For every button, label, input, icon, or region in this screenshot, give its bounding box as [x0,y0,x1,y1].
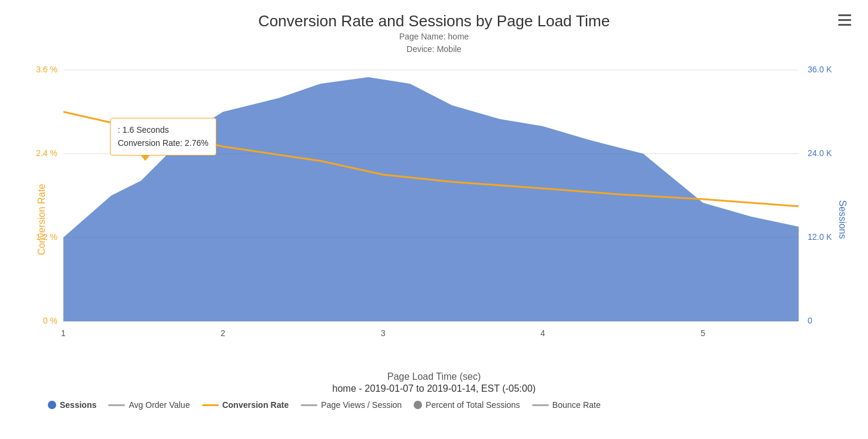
legend-percent-total-sessions-label: Percent of Total Sessions [426,400,520,410]
legend-avg-order-value-label: Avg Order Value [129,400,190,410]
svg-rect-19 [137,125,145,132]
chart-plot-area: : 1.6 Seconds Conversion Rate: 2.76% 0 %… [22,58,846,369]
legend-avg-order-value[interactable]: Avg Order Value [108,400,190,410]
svg-text:3: 3 [381,328,386,338]
chart-subtitle: Page Name: home Device: Mobile [12,31,856,56]
svg-text:4: 4 [540,328,545,338]
chart-header: Conversion Rate and Sessions by Page Loa… [12,12,856,56]
svg-text:5: 5 [701,328,705,338]
menu-icon[interactable] [838,14,851,26]
svg-text:24.0 K: 24.0 K [808,148,832,158]
legend-page-views-label: Page Views / Session [321,400,402,410]
legend-conversion-rate-label: Conversion Rate [222,400,289,410]
legend-page-views-line [301,404,317,406]
legend-percent-total-sessions-dot [414,401,422,409]
chart-container: Conversion Rate and Sessions by Page Loa… [0,0,868,439]
subtitle-line2: Device: Mobile [407,44,461,54]
legend-bounce-rate-label: Bounce Rate [552,400,601,410]
svg-text:36.0 K: 36.0 K [808,65,832,74]
svg-text:0: 0 [808,316,812,325]
svg-text:12.0 K: 12.0 K [808,232,832,242]
svg-text:1: 1 [61,328,66,338]
legend-page-views[interactable]: Page Views / Session [301,400,402,410]
svg-text:0 %: 0 % [43,316,57,325]
svg-text:2.4 %: 2.4 % [36,148,57,158]
legend-percent-total-sessions[interactable]: Percent of Total Sessions [414,400,520,410]
legend-sessions[interactable]: Sessions [48,400,96,410]
svg-text:2: 2 [221,328,225,338]
svg-text:3.6 %: 3.6 % [36,65,57,74]
date-range-label: home - 2019-01-07 to 2019-01-14, EST (-0… [12,383,856,394]
legend-sessions-label: Sessions [60,400,96,410]
x-axis-label: Page Load Time (sec) [12,371,856,382]
legend-conversion-rate-line [202,404,219,406]
chart-svg: 0 % 1.2 % 2.4 % 3.6 % 0 12.0 K 24.0 K 36… [22,58,846,369]
chart-title: Conversion Rate and Sessions by Page Loa… [12,12,856,31]
legend-sessions-dot [48,401,56,409]
chart-legend: Sessions Avg Order Value Conversion Rate… [12,394,856,416]
svg-text:1.2 %: 1.2 % [36,232,57,242]
legend-conversion-rate[interactable]: Conversion Rate [202,400,289,410]
subtitle-line1: Page Name: home [399,32,469,41]
legend-bounce-rate[interactable]: Bounce Rate [532,400,601,410]
legend-bounce-rate-line [532,404,549,406]
legend-avg-order-value-line [108,404,125,406]
